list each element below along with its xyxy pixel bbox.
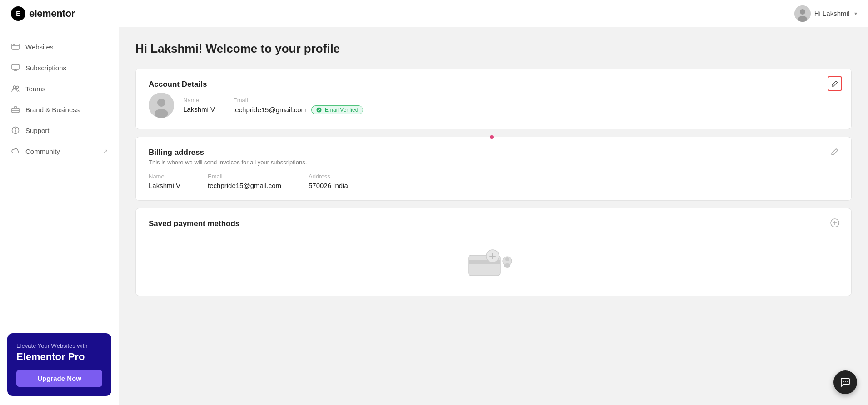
account-avatar bbox=[149, 93, 174, 118]
saved-payments-card: Saved payment methods bbox=[135, 208, 852, 296]
header: E elementor Hi Lakshmi! ▾ bbox=[0, 0, 868, 27]
account-row: Name Lakshmi V Email techpride15@gmail.c… bbox=[149, 93, 838, 118]
sidebar-item-teams[interactable]: Teams bbox=[0, 78, 119, 99]
name-field-group: Name Lakshmi V bbox=[183, 97, 215, 114]
billing-email-label: Email bbox=[208, 173, 281, 180]
main-content: Hi Lakshmi! Welcome to your profile Acco… bbox=[119, 27, 868, 405]
logo-icon: E bbox=[11, 6, 25, 21]
name-value: Lakshmi V bbox=[183, 105, 215, 113]
user-name: Hi Lakshmi! bbox=[814, 10, 850, 17]
billing-subtitle: This is where we will send invoices for … bbox=[149, 159, 838, 166]
svg-point-19 bbox=[155, 109, 168, 118]
svg-point-20 bbox=[317, 107, 322, 112]
saved-payments-title: Saved payment methods bbox=[149, 219, 838, 228]
billing-address-card: Billing address This is where we will se… bbox=[135, 137, 852, 201]
sidebar: Websites Subscriptions bbox=[0, 27, 119, 405]
email-value: techpride15@gmail.com bbox=[233, 106, 307, 114]
svg-point-32 bbox=[843, 381, 844, 382]
page-title: Hi Lakshmi! Welcome to your profile bbox=[135, 42, 852, 56]
info-circle-icon bbox=[11, 126, 20, 135]
user-menu[interactable]: Hi Lakshmi! ▾ bbox=[794, 5, 857, 22]
sidebar-nav: Websites Subscriptions bbox=[0, 36, 119, 326]
sidebar-item-community-label: Community bbox=[25, 148, 98, 155]
sidebar-item-subscriptions[interactable]: Subscriptions bbox=[0, 57, 119, 78]
email-label: Email bbox=[233, 97, 363, 104]
add-payment-button[interactable] bbox=[828, 216, 842, 230]
promo-card: Elevate Your Websites with Elementor Pro… bbox=[7, 333, 111, 396]
name-label: Name bbox=[183, 97, 215, 104]
svg-point-5 bbox=[13, 44, 14, 45]
payment-illustration bbox=[149, 230, 838, 285]
email-row: techpride15@gmail.com Email Verified bbox=[233, 105, 363, 114]
edit-account-button[interactable] bbox=[828, 76, 842, 91]
svg-point-33 bbox=[845, 381, 846, 382]
billing-name-field: Name Lakshmi V bbox=[149, 173, 180, 189]
svg-point-30 bbox=[505, 257, 509, 261]
upgrade-now-button[interactable]: Upgrade Now bbox=[16, 370, 102, 387]
briefcase-icon bbox=[11, 105, 20, 114]
billing-name-value: Lakshmi V bbox=[149, 182, 180, 189]
sidebar-item-brand-label: Brand & Business bbox=[25, 106, 108, 114]
svg-point-18 bbox=[157, 99, 165, 107]
svg-point-34 bbox=[847, 381, 848, 382]
billing-email-value: techpride15@gmail.com bbox=[208, 182, 281, 189]
cloud-icon bbox=[11, 147, 20, 156]
sidebar-item-websites-label: Websites bbox=[25, 43, 108, 51]
app-body: Websites Subscriptions bbox=[0, 27, 868, 405]
logo-text: elementor bbox=[29, 8, 75, 20]
sidebar-item-community[interactable]: Community ↗ bbox=[0, 141, 119, 162]
promo-title: Elementor Pro bbox=[16, 351, 102, 363]
promo-small-text: Elevate Your Websites with bbox=[16, 342, 102, 349]
sidebar-item-support-label: Support bbox=[25, 127, 108, 134]
chat-button[interactable] bbox=[833, 370, 857, 394]
svg-point-6 bbox=[14, 44, 15, 45]
email-field-group: Email techpride15@gmail.com Email Verifi… bbox=[233, 97, 363, 114]
sidebar-item-teams-label: Teams bbox=[25, 85, 108, 93]
svg-point-31 bbox=[504, 263, 510, 268]
pink-dot-decoration bbox=[490, 135, 494, 139]
sidebar-item-support[interactable]: Support bbox=[0, 120, 119, 141]
chevron-down-icon: ▾ bbox=[854, 10, 857, 17]
billing-fields: Name Lakshmi V Email techpride15@gmail.c… bbox=[149, 173, 838, 189]
svg-point-10 bbox=[13, 86, 16, 89]
account-details-card: Account Details Name Lakshm bbox=[135, 69, 852, 129]
billing-address-value: 570026 India bbox=[309, 182, 348, 189]
people-icon bbox=[11, 84, 20, 93]
billing-email-field: Email techpride15@gmail.com bbox=[208, 173, 281, 189]
billing-title: Billing address bbox=[149, 148, 838, 157]
account-fields: Name Lakshmi V Email techpride15@gmail.c… bbox=[183, 97, 363, 114]
billing-address-field: Address 570026 India bbox=[309, 173, 348, 189]
edit-billing-button[interactable] bbox=[828, 144, 842, 159]
external-link-icon: ↗ bbox=[103, 148, 108, 154]
svg-point-11 bbox=[16, 86, 19, 89]
logo: E elementor bbox=[11, 6, 75, 21]
email-verified-badge: Email Verified bbox=[311, 105, 363, 114]
svg-rect-7 bbox=[12, 64, 19, 69]
sidebar-item-brand-business[interactable]: Brand & Business bbox=[0, 99, 119, 120]
svg-point-1 bbox=[800, 9, 805, 15]
svg-point-16 bbox=[15, 128, 16, 129]
sidebar-item-subscriptions-label: Subscriptions bbox=[25, 64, 108, 72]
monitor-icon bbox=[11, 63, 20, 72]
billing-name-label: Name bbox=[149, 173, 180, 180]
browser-icon bbox=[11, 42, 20, 51]
avatar bbox=[794, 5, 811, 22]
account-details-title: Account Details bbox=[149, 80, 838, 89]
sidebar-item-websites[interactable]: Websites bbox=[0, 36, 119, 57]
billing-address-label: Address bbox=[309, 173, 348, 180]
